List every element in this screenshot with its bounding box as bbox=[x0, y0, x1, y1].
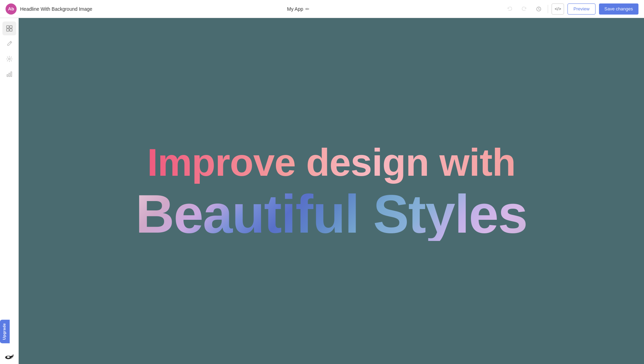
avatar[interactable]: Ab bbox=[6, 3, 17, 15]
history-button[interactable] bbox=[533, 3, 544, 15]
header-center: My App ✏ bbox=[287, 6, 310, 12]
upgrade-button[interactable]: Upgrade bbox=[0, 320, 10, 343]
headline-line2-wrapper: Beautiful Styles bbox=[136, 187, 527, 241]
redo-button[interactable] bbox=[519, 3, 530, 15]
canvas-area: Improve design with Beautiful Styles bbox=[19, 18, 644, 364]
headline-line1: Improve design with bbox=[147, 141, 516, 184]
svg-rect-6 bbox=[7, 75, 8, 77]
sidebar-item-analytics[interactable] bbox=[2, 67, 16, 81]
svg-rect-2 bbox=[10, 26, 12, 28]
sidebar: Upgrade bbox=[0, 18, 19, 364]
svg-point-12 bbox=[6, 356, 7, 357]
page-title: Headline With Background Image bbox=[20, 6, 92, 12]
headline-line2: Beautiful Styles bbox=[136, 187, 527, 241]
svg-rect-4 bbox=[10, 29, 12, 31]
save-button[interactable]: Save changes bbox=[599, 3, 638, 15]
svg-rect-3 bbox=[7, 29, 9, 31]
svg-rect-7 bbox=[9, 73, 10, 77]
svg-point-5 bbox=[8, 58, 10, 60]
top-header: Ab Headline With Background Image My App… bbox=[0, 0, 644, 18]
edit-icon[interactable]: ✏ bbox=[305, 6, 310, 12]
svg-point-10 bbox=[7, 356, 10, 358]
sidebar-item-layout[interactable] bbox=[2, 21, 16, 35]
undo-button[interactable] bbox=[504, 3, 515, 15]
sidebar-item-tools[interactable] bbox=[2, 37, 16, 51]
code-button[interactable]: </> bbox=[552, 3, 564, 15]
toolbar-divider bbox=[548, 5, 548, 13]
bottom-logo bbox=[4, 354, 15, 361]
app-name: My App bbox=[287, 6, 303, 12]
header-right: </> Preview Save changes bbox=[504, 3, 638, 15]
body: Upgrade Improve design with Beautiful St… bbox=[0, 18, 644, 364]
sidebar-item-settings[interactable] bbox=[2, 52, 16, 66]
svg-point-13 bbox=[10, 356, 11, 357]
svg-rect-8 bbox=[11, 72, 12, 77]
header-left: Ab Headline With Background Image bbox=[6, 3, 92, 15]
svg-rect-1 bbox=[7, 26, 9, 28]
preview-button[interactable]: Preview bbox=[567, 3, 595, 15]
